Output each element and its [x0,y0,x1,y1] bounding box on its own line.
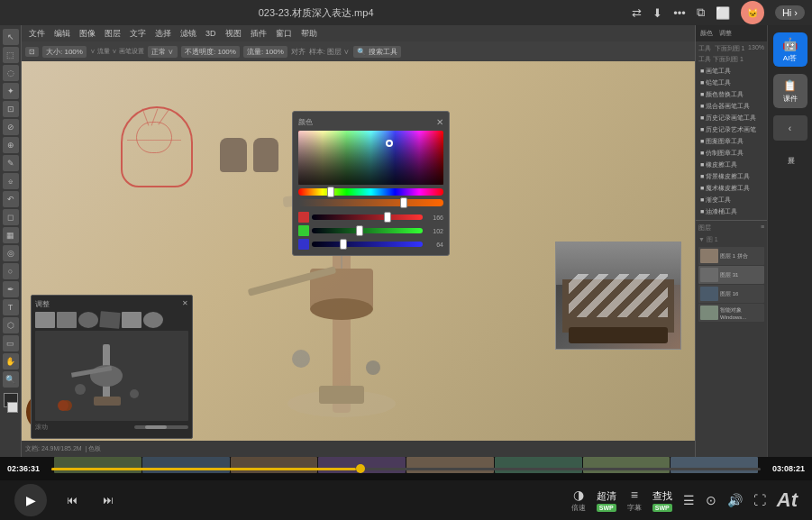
volume-button[interactable]: 🔊 [727,493,743,507]
more-icon[interactable]: ••• [673,6,686,20]
download-icon[interactable]: ⬇ [652,6,662,20]
hue-slider[interactable] [298,188,443,196]
tool-item-3[interactable]: ■ 颜色替换工具 [698,89,764,100]
tool-path[interactable]: ⬡ [3,317,19,333]
tool-opt-sample[interactable]: 样本: 图层 ∨ [309,47,351,57]
red-slider[interactable] [312,214,423,220]
tool-pen[interactable]: ✒ [3,281,19,297]
thumbnail-panel-close[interactable]: ✕ [182,299,188,309]
speed-button[interactable]: ◑ 倍速 [571,488,586,513]
tool-opt-1[interactable]: ⊡ [25,47,39,57]
tool-item-9[interactable]: ■ 橡皮擦工具 [698,160,764,170]
canvas-scene[interactable]: 颜色 ✕ [22,61,695,457]
tool-hand[interactable]: ✋ [3,353,19,369]
shape-thumb-1[interactable] [35,312,55,328]
layer-item-3[interactable]: 图层 16 [698,285,764,303]
layers-options[interactable]: ≡ [761,224,764,233]
find-button[interactable]: 查找 SWP [652,489,672,512]
tool-opt-mode[interactable]: 正常 ∨ [148,46,178,58]
clarity-button[interactable]: 超清 SWP [597,489,616,512]
tool-item-7[interactable]: ■ 图案图章工具 [698,136,764,147]
menu-file[interactable]: 文件 [25,28,49,40]
hi-button[interactable]: Hi › [775,5,805,20]
menu-plugins[interactable]: 插件 [247,28,270,40]
tool-history[interactable]: ↶ [3,191,19,207]
thumbnail-scrollbar[interactable] [134,425,188,429]
color-picker-panel[interactable]: 颜色 ✕ [292,111,450,256]
tool-item-11[interactable]: ■ 魔术橡皮擦工具 [698,183,764,194]
video-progress-track[interactable] [51,468,761,470]
avatar[interactable]: 🐱 [741,1,764,24]
panel-tab-adjust[interactable]: 调整 [716,27,734,40]
ai-button[interactable]: 🤖 AI答 [773,32,807,67]
tool-brush[interactable]: ✎ [3,155,19,171]
layer-item-2[interactable]: 图层 31 [698,266,764,284]
menu-window[interactable]: 窗口 [272,28,296,40]
menu-3d[interactable]: 3D [202,29,220,38]
menu-view[interactable]: 视图 [222,28,245,40]
menu-select[interactable]: 选择 [151,28,175,40]
tool-item-10[interactable]: ■ 背景橡皮擦工具 [698,171,764,182]
tool-eyedropper[interactable]: ⊘ [3,119,19,135]
tool-opt-align[interactable]: 对齐 [291,47,306,57]
shape-thumb-3[interactable] [78,312,98,328]
tool-magic[interactable]: ✦ [3,83,19,99]
menu-layer[interactable]: 图层 [101,28,124,40]
tool-select[interactable]: ⬚ [3,47,19,63]
tool-item-1[interactable]: ■ 画笔工具 [698,66,764,77]
shape-thumb-2[interactable] [57,312,77,328]
layer-item-4[interactable]: 智能对象 Windows... [698,304,764,322]
shape-thumb-6[interactable] [143,312,163,328]
tool-text[interactable]: T [3,299,19,315]
tool-opt-size[interactable]: 大小: 100% [42,46,87,58]
tool-lasso[interactable]: ◌ [3,65,19,81]
tool-stamp[interactable]: ⎒ [3,173,19,189]
list-button[interactable]: ☰ [683,493,695,507]
pip-icon[interactable]: ⧉ [697,5,705,20]
tool-opt-flow[interactable]: 流量: 100% [243,46,287,58]
tool-item-13[interactable]: ■ 油漆桶工具 [698,206,764,217]
background-color[interactable] [7,402,18,413]
blue-slider[interactable] [312,242,423,247]
shape-thumb-4[interactable] [99,311,120,329]
tool-opt-opacity[interactable]: 不透明度: 100% [181,46,240,58]
color-picker-close[interactable]: ✕ [436,117,443,127]
menu-filter[interactable]: 滤镜 [177,28,200,40]
expand-button[interactable]: ‹ [773,115,807,141]
courseware-button[interactable]: 📋 课件 [773,74,807,108]
menu-edit[interactable]: 编辑 [50,28,74,40]
settings-button[interactable]: ⊙ [706,493,716,507]
share-icon[interactable]: ⇄ [632,6,642,20]
tool-item-4[interactable]: ■ 混合器画笔工具 [698,101,764,112]
green-slider[interactable] [312,228,423,233]
panel-tab-color[interactable]: 颜色 [698,27,716,40]
layer-item-1[interactable]: 图层 1 拼合 [698,247,764,265]
tool-move[interactable]: ↖ [3,29,19,45]
subtitle-button[interactable]: ≡ 字幕 [627,488,642,513]
tool-shape[interactable]: ▭ [3,335,19,351]
tool-heal[interactable]: ⊕ [3,137,19,153]
thumbnail-main-preview[interactable] [35,331,188,421]
tool-zoom[interactable]: 🔍 [3,371,19,388]
tool-gradient[interactable]: ▦ [3,227,19,243]
tool-item-8[interactable]: ■ 仿制图章工具 [698,148,764,159]
tool-opt-search[interactable]: 🔍 搜索工具 [353,46,400,58]
play-button[interactable]: ▶ [14,484,47,516]
color-gradient-field[interactable] [298,131,443,185]
menu-image[interactable]: 图像 [76,28,99,40]
tool-blur[interactable]: ◎ [3,245,19,261]
tool-item-5[interactable]: ■ 历史记录画笔工具 [698,113,764,123]
tool-crop[interactable]: ⊡ [3,101,19,117]
fullscreen-button[interactable]: ⛶ [753,493,766,507]
next-button[interactable]: ⏭ [97,489,119,511]
shape-thumb-5[interactable] [122,312,141,328]
tool-dodge[interactable]: ○ [3,263,19,279]
prev-button[interactable]: ⏮ [61,489,83,511]
alpha-slider[interactable] [298,199,443,206]
tool-item-2[interactable]: ■ 铅笔工具 [698,78,764,88]
menu-help[interactable]: 帮助 [297,28,321,40]
menu-text[interactable]: 文字 [126,28,150,40]
tool-eraser[interactable]: ◻ [3,209,19,225]
tool-item-6[interactable]: ■ 历史记录艺术画笔 [698,124,764,135]
tool-item-12[interactable]: ■ 渐变工具 [698,195,764,205]
